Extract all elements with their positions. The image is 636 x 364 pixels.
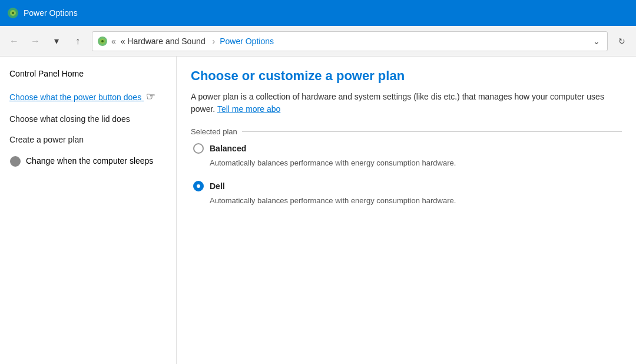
plan-balanced-desc: Automatically balances performance with … [193,157,622,169]
address-bar[interactable]: « « Hardware and Sound › Power Options ⌄ [92,31,608,51]
radio-dell[interactable] [193,181,204,191]
plan-dell-header[interactable]: Dell [193,181,622,191]
address-text: « « Hardware and Sound › Power Options [111,37,274,46]
plan-balanced[interactable]: Balanced Automatically balances performa… [191,143,622,169]
plan-dell-name: Dell [210,181,225,191]
plan-balanced-header[interactable]: Balanced [193,143,622,154]
up-button[interactable]: ↑ [68,32,87,51]
page-title: Choose or customize a power plan [191,68,622,84]
svg-point-5 [101,40,104,42]
title-bar: Power Options [0,0,636,26]
breadcrumb-hardware: « Hardware and Sound [121,37,206,46]
sidebar-item-power-button[interactable]: Choose what the power button does ☞ [9,90,167,104]
svg-point-2 [12,12,14,14]
recent-locations-button[interactable]: ▾ [47,32,66,51]
radio-balanced[interactable] [193,143,204,154]
sidebar-item-lid[interactable]: Choose what closing the lid does [9,114,167,125]
sidebar: Control Panel Home Choose what the power… [0,57,177,364]
sidebar-item-sleep[interactable]: Change when the computer sleeps [9,155,167,167]
title-bar-text: Power Options [24,8,78,18]
power-button-link[interactable]: Choose what the power button does [9,92,144,102]
forward-icon: → [31,36,40,47]
selected-plan-section: Selected plan [191,127,622,136]
back-button[interactable]: ← [5,32,24,51]
breadcrumb-power: Power Options [220,37,274,46]
radio-dell-inner [197,184,200,188]
tell-me-more-link[interactable]: Tell me more abo [217,104,280,114]
address-dropdown-button[interactable]: ⌄ [591,34,602,48]
refresh-icon: ↻ [618,37,625,46]
plan-dell[interactable]: Dell Automatically balances performance … [191,181,622,207]
address-bar-icon [97,36,108,47]
sidebar-item-create-plan[interactable]: Create a power plan [9,134,167,146]
content-description: A power plan is a collection of hardware… [191,91,622,115]
refresh-button[interactable]: ↻ [612,32,631,51]
hand-cursor-icon: ☞ [146,90,155,104]
svg-point-6 [10,156,21,167]
dropdown-icon: ▾ [54,35,59,47]
nav-bar: ← → ▾ ↑ « « Hardware and Sound › Power O… [0,26,636,57]
title-bar-icon [7,7,19,19]
main-area: Control Panel Home Choose what the power… [0,57,636,364]
sidebar-control-panel-home: Control Panel Home [9,68,167,80]
forward-button[interactable]: → [26,32,45,51]
plan-dell-desc: Automatically balances performance with … [193,195,622,207]
back-icon: ← [9,36,19,47]
content-area: Choose or customize a power plan A power… [177,57,636,364]
plan-balanced-name: Balanced [210,144,246,153]
sleep-icon [9,155,21,167]
up-icon: ↑ [75,36,80,47]
